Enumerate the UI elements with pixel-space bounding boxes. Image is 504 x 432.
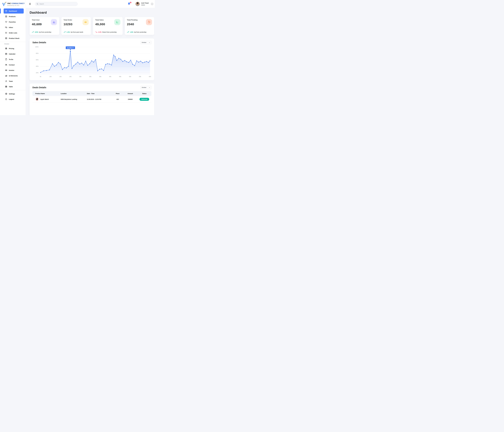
sidebar-item-invoice[interactable]: Invoice (4, 68, 24, 73)
deals-column-date-time: Date - Time (87, 91, 112, 96)
stat-card-trend: 4.3%Down from yesterday (95, 31, 117, 33)
heart-icon (5, 21, 7, 23)
trend-text: Up from past week (71, 31, 83, 33)
svg-text:100%: 100% (35, 46, 39, 48)
svg-text:60k: 60k (149, 76, 151, 77)
sidebar-item-pricing[interactable]: Pricing (4, 46, 24, 51)
brand-tagline: Empowering The Tech (7, 5, 25, 6)
deal-location: 6096 Marjolaine Landing (61, 96, 87, 103)
sidebar-item-settings[interactable]: Settings (4, 91, 24, 96)
status-badge: Delivered (140, 98, 149, 101)
svg-text:15k: 15k (59, 76, 62, 77)
user-name: Amit Tiwari (141, 2, 149, 4)
stat-card-trend: 8.5%Up from yesterday (32, 31, 51, 33)
sidebar-item-label: Logout (9, 98, 14, 100)
sidebar-item-label: To-Do (9, 58, 13, 60)
table-icon (5, 85, 7, 88)
chat-icon (5, 26, 7, 28)
invoice-icon (5, 69, 7, 71)
sidebar-item-favorites[interactable]: Favorites (4, 19, 24, 24)
sidebar-item-logout[interactable]: Logout (4, 97, 24, 102)
svg-text:25k: 25k (79, 76, 81, 77)
deal-piece: 423 (112, 96, 123, 103)
page-title: Dashboard (30, 11, 154, 14)
sidebar-item-calender[interactable]: Calender (4, 51, 24, 56)
trend-up-icon (32, 31, 34, 33)
sales-details-panel: Sales Details October 100%80%60%40%20%5k… (30, 38, 154, 80)
dashboard-app: VNC CONSULTANCY Empowering The Tech Dash… (0, 0, 155, 115)
content: Dashboard Total User40,6898.5%Up from ye… (26, 8, 155, 115)
chart-tooltip: 64,3664.77 (66, 47, 75, 52)
notification-count-badge: 6 (130, 2, 132, 3)
sidebar-nav-main: DashboardProductsFavoritesInboxOrder Lis… (0, 9, 26, 41)
sidebar-item-products[interactable]: Products (4, 14, 24, 19)
topbar: 6 Amit Tiwari Admin (26, 0, 155, 8)
checklist-icon (5, 32, 7, 34)
stat-card-total-sales: Total Sales49,0004.3%Down from yesterday (93, 17, 123, 35)
menu-toggle-icon[interactable] (29, 3, 31, 5)
svg-text:40%: 40% (36, 66, 38, 67)
sidebar-nav-footer: SettingsLogout (0, 91, 26, 102)
sales-line-chart: 100%80%60%40%20%5k10k15k20k25k30k35k40k4… (32, 46, 151, 78)
sidebar-item-label: Pricing (9, 48, 14, 49)
deals-details-title: Deals Details (32, 86, 46, 89)
deals-details-panel: Deals Details October Product NameLocati… (30, 84, 154, 115)
trend-down-icon (95, 31, 98, 33)
svg-text:64,3664.77: 64,3664.77 (67, 47, 74, 49)
user-info: Amit Tiwari Admin (141, 2, 149, 6)
sidebar-item-label: Settings (9, 93, 15, 95)
svg-text:50k: 50k (129, 76, 131, 77)
svg-text:80%: 80% (36, 53, 38, 54)
brand-name-secondary: CONSULTANCY (11, 2, 25, 4)
deals-period-select[interactable]: October (140, 86, 151, 89)
sidebar-item-label: Products (9, 16, 16, 17)
brand-logo-icon (2, 2, 7, 7)
sidebar-item-to-do[interactable]: To-Do (4, 57, 24, 62)
deal-amount: 256800 (123, 96, 137, 103)
deals-column-location: Location (61, 91, 87, 96)
table-row[interactable]: Apple Watch6096 Marjolaine Landing12.09.… (32, 96, 151, 103)
sidebar-item-contact[interactable]: Contact (4, 62, 24, 67)
user-role: Admin (141, 4, 149, 6)
clipboard-icon (5, 58, 7, 60)
brand-name-primary: VNC (7, 2, 11, 4)
sidebar-item-label: Contact (9, 64, 15, 66)
trend-text: Up from yesterday (39, 31, 51, 33)
dashboard-icon (5, 10, 7, 12)
svg-text:20k: 20k (69, 76, 72, 77)
sales-period-value: October (142, 42, 146, 43)
trend-value: 1.3% (67, 31, 70, 33)
search-input[interactable] (35, 2, 78, 6)
notifications-bell-icon[interactable]: 6 (128, 2, 131, 6)
sidebar-item-ui-elements[interactable]: UI Elements (4, 73, 24, 78)
sidebar-item-table[interactable]: Table (4, 84, 24, 89)
svg-text:10k: 10k (49, 76, 52, 77)
sidebar-item-dashboard[interactable]: Dashboard (4, 9, 24, 14)
sidebar-item-label: Dashboard (9, 10, 17, 12)
trend-up-icon (63, 31, 66, 33)
sidebar-item-label: Inbox (9, 27, 13, 28)
sidebar-item-order-lists[interactable]: Order Lists (4, 30, 24, 35)
chevron-down-icon (149, 87, 150, 88)
sidebar-item-team[interactable]: Team (4, 79, 24, 84)
deal-datetime: 12.09.2019 - 12.53 PM (87, 96, 112, 103)
user-avatar[interactable] (135, 2, 140, 6)
brand-text: VNC CONSULTANCY Empowering The Tech (7, 2, 25, 6)
products-icon (5, 15, 7, 18)
deals-period-value: October (142, 87, 146, 88)
stock-icon (5, 37, 7, 39)
sidebar-item-label: Invoice (9, 69, 14, 71)
deals-column-status: Status (137, 91, 151, 96)
sidebar-item-label: UI Elements (9, 75, 18, 77)
sales-period-select[interactable]: October (140, 41, 151, 44)
sidebar-item-inbox[interactable]: Inbox (4, 25, 24, 30)
svg-text:5k: 5k (40, 76, 41, 77)
sidebar-item-label: Order Lists (9, 32, 17, 34)
user-menu-chevron-down-icon[interactable] (151, 3, 153, 5)
trend-value: 4.3% (98, 31, 101, 33)
deals-column-piece: Piece (112, 91, 123, 96)
sidebar-item-label: Team (9, 80, 13, 82)
sidebar-item-product-stock[interactable]: Product Stock (4, 36, 24, 41)
sidebar-item-label: Table (9, 86, 13, 87)
svg-text:35k: 35k (99, 76, 101, 77)
